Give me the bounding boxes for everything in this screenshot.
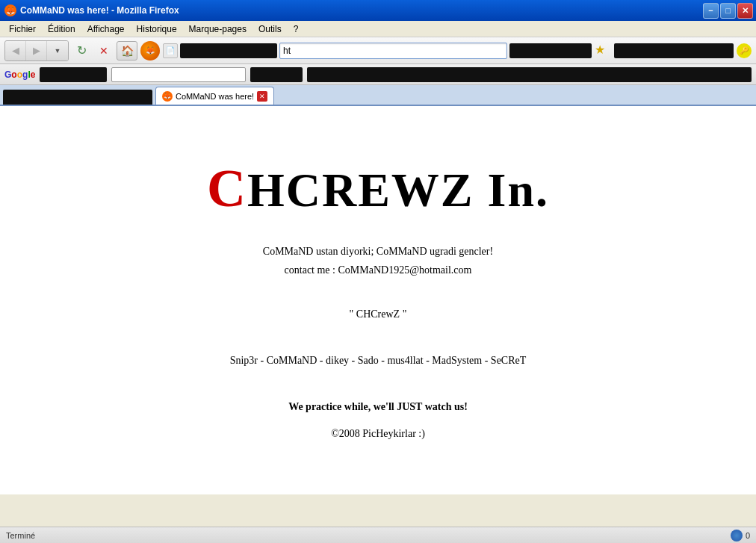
tabbar: 🦊 CoMMaND was here! ✕ <box>0 85 756 106</box>
globe-icon <box>731 530 743 542</box>
google-toolbar-blacked-3 <box>307 67 752 82</box>
line1-text: CoMMaND ustan diyorki; CoMMaND ugradi ge… <box>230 242 527 261</box>
titlebar-left: 🦊 CoMMaND was here! - Mozilla Firefox <box>4 4 179 16</box>
google-search-input[interactable] <box>111 67 246 82</box>
refresh-button[interactable]: ↻ <box>72 41 91 60</box>
menu-affichage[interactable]: Affichage <box>81 22 131 36</box>
content-text: CoMMaND ustan diyorki; CoMMaND ugradi ge… <box>230 242 527 443</box>
toolbar-blacked-right <box>614 43 734 58</box>
practice-text: We practice while, we'll JUST watch us! <box>230 397 527 416</box>
titlebar: 🦊 CoMMaND was here! - Mozilla Firefox − … <box>0 0 756 21</box>
url-blacked-2 <box>509 43 592 58</box>
toolbar: ◀ ▶ ▼ ↻ ✕ 🏠 🦊 📄 ★ 🔑 <box>0 37 756 64</box>
tab-label: CoMMaND was here! <box>176 92 254 101</box>
back-button[interactable]: ◀ <box>5 41 26 60</box>
quote-text: " CHCrewZ " <box>230 305 527 323</box>
main-title: CHCREWZ In. <box>207 158 549 220</box>
url-input[interactable] <box>279 43 507 59</box>
minimize-button[interactable]: − <box>703 3 719 19</box>
menubar: Fichier Édition Affichage Historique Mar… <box>0 21 756 37</box>
statusbar-right: 0 <box>731 530 750 542</box>
google-toolbar: Google <box>0 64 756 85</box>
title-ch-uppercase: CH <box>207 158 286 218</box>
titlebar-buttons: − □ ✕ <box>703 3 753 19</box>
copyright-text: ©2008 PicHeykirlar :) <box>230 424 527 443</box>
tabbar-blacked <box>3 90 152 105</box>
menu-historique[interactable]: Historique <box>131 22 183 36</box>
google-logo: Google <box>4 69 35 80</box>
statusbar-count: 0 <box>746 531 750 540</box>
firefox-titlebar-icon: 🦊 <box>4 4 16 16</box>
maximize-button[interactable]: □ <box>720 3 736 19</box>
menu-help[interactable]: ? <box>288 22 305 36</box>
forward-button[interactable]: ▶ <box>26 41 47 60</box>
menu-outils[interactable]: Outils <box>252 22 288 36</box>
firefox-logo: 🦊 <box>140 41 160 60</box>
tab-close-button[interactable]: ✕ <box>257 91 267 102</box>
security-indicator: 🔑 <box>737 43 752 58</box>
close-button[interactable]: ✕ <box>737 3 753 19</box>
menu-edition[interactable]: Édition <box>42 22 81 36</box>
google-toolbar-blacked-2 <box>250 67 303 82</box>
url-blacked <box>180 43 277 58</box>
bookmark-star-button[interactable]: ★ <box>595 43 611 59</box>
stop-button[interactable]: ✕ <box>94 41 114 60</box>
menu-marque-pages[interactable]: Marque-pages <box>183 22 252 36</box>
nav-button-group: ◀ ▶ ▼ <box>4 40 69 61</box>
main-content: CHCREWZ In. CoMMaND ustan diyorki; CoMMa… <box>0 106 756 494</box>
window-title: CoMMaND was here! - Mozilla Firefox <box>20 5 179 16</box>
google-toolbar-blacked-1 <box>40 67 107 82</box>
statusbar: Terminé 0 <box>0 527 756 543</box>
dropdown-button[interactable]: ▼ <box>47 41 68 60</box>
page-icon: 📄 <box>163 43 178 58</box>
line2-text: contact me : CoMMaND1925@hotmail.com <box>230 261 527 279</box>
status-text: Terminé <box>6 531 35 540</box>
members-text: Snip3r - CoMMaND - dikey - Sado - mus4ll… <box>230 351 527 370</box>
active-tab[interactable]: 🦊 CoMMaND was here! ✕ <box>155 87 274 105</box>
menu-fichier[interactable]: Fichier <box>3 22 42 36</box>
title-crewz: CREWZ In. <box>286 164 549 217</box>
home-button[interactable]: 🏠 <box>117 41 137 60</box>
tab-favicon: 🦊 <box>162 91 173 102</box>
url-bar-wrapper: 📄 <box>163 43 592 59</box>
